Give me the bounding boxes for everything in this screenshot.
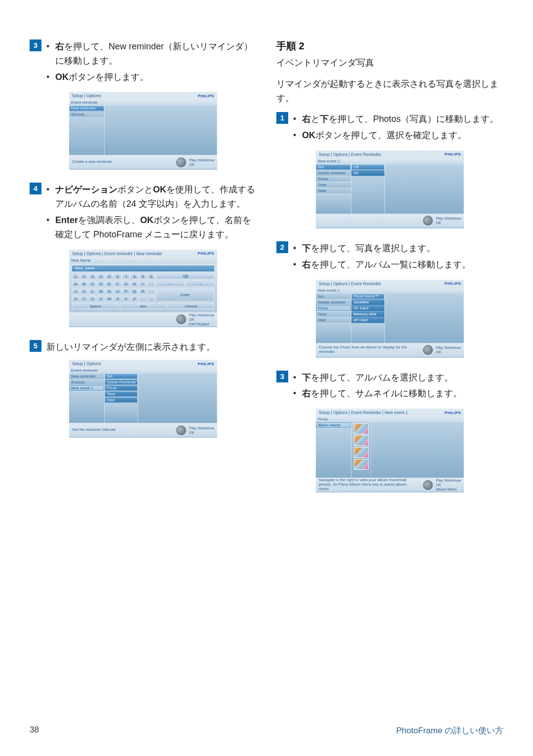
breadcrumb: Setup | Options | Event reminder | New r… [72,251,162,256]
backspace-key: ⌫ [156,273,214,279]
screenshot-f: Setup | Options | Event Reminder | New e… [316,409,464,492]
step2-subtitle: イベントリマインダ写真 [276,56,503,70]
thumbnail [354,459,369,470]
kbd-field: New_name [72,265,214,271]
step-num-3: 3 [30,39,41,51]
page-footer: 38 PhotoFrame の詳しい使い方 [30,725,503,736]
menu-item: Snooze [69,112,104,117]
panel-header: New Name [69,258,217,264]
screenshot-a: Setup | Options PHILIPS Event reminder N… [69,92,217,170]
right-key: → [186,280,214,287]
breadcrumb: Setup | Options | Event Reminder [319,152,381,157]
breadcrumb: Setup | Options [72,93,101,98]
right-step-3: 3 下を押して、アルバムを選択します。 右を押して、サムネイルに移動します。 [276,371,503,403]
right-step-1: 1 右と下を押して、Photos（写真）に移動します。 OKボタンを押して、選択… [276,112,503,145]
brand-logo: PHILIPS [198,362,214,366]
keyboard: 1234567890 ABCDEFGHI JKLMNOPQR STUVWXYZ. [72,273,155,302]
footer-legend: Play Slideshow OK [189,158,214,167]
chapter-title: PhotoFrame の詳しい使い方 [396,725,503,736]
panel-header: Event reminder [69,100,217,106]
right-column: 手順 2 イベントリマインダ写真 リマインダが起動するときに表示される写真を選択… [276,39,503,505]
left-column: 3 右を押して、New reminder（新しいリマインダ）に移動します。 OK… [30,39,257,505]
brand-logo: PHILIPS [198,94,214,98]
step-num-5: 5 [30,340,41,352]
step5-text: 新しいリマインダが左側に表示されます。 [46,342,215,352]
step-num-4: 4 [30,183,41,194]
right-step-2: 2 下を押して、写真を選択します。 右を押して、アルバム一覧に移動します。 [276,241,503,274]
step-3: 3 右を押して、New reminder（新しいリマインダ）に移動します。 OK… [30,39,257,86]
panel-header: Event reminder [69,368,217,374]
step2-heading: 手順 2 [276,39,503,53]
thumbnail [354,447,369,458]
footer-hint: Set the reminder interval. [72,428,173,432]
page-number: 38 [30,725,39,736]
screenshot-e: Setup | Options | Event Reminder PHILIPS… [316,280,464,358]
screenshot-c: Setup | Options PHILIPS Event reminder N… [69,360,217,438]
joystick-icon [176,157,186,167]
joystick-icon [176,314,186,324]
step-5: 5 新しいリマインダが左側に表示されます。 [30,340,257,354]
thumbnail [354,423,369,434]
footer-hint: Create a new reminder. [72,160,173,164]
footer-legend: Play Slideshow OK Exit Keypad [189,313,214,326]
joystick-icon [176,425,186,435]
enter-key: Enter [156,288,214,302]
step-4: 4 ナビゲーションボタンとOKを使用して、作成するアルバムの名前（24 文字以内… [30,183,257,243]
left-key: ← [156,280,185,287]
thumbnail [354,435,369,446]
breadcrumb: Setup | Options [72,361,101,366]
step2-desc: リマインダが起動するときに表示される写真を選択します。 [276,77,503,106]
screenshot-b: Setup | Options | Event reminder | New r… [69,250,217,327]
screenshot-d: Setup | Options | Event Reminder PHILIPS… [316,151,464,228]
menu-item: New reminder [69,106,104,112]
brand-logo: PHILIPS [198,251,214,256]
